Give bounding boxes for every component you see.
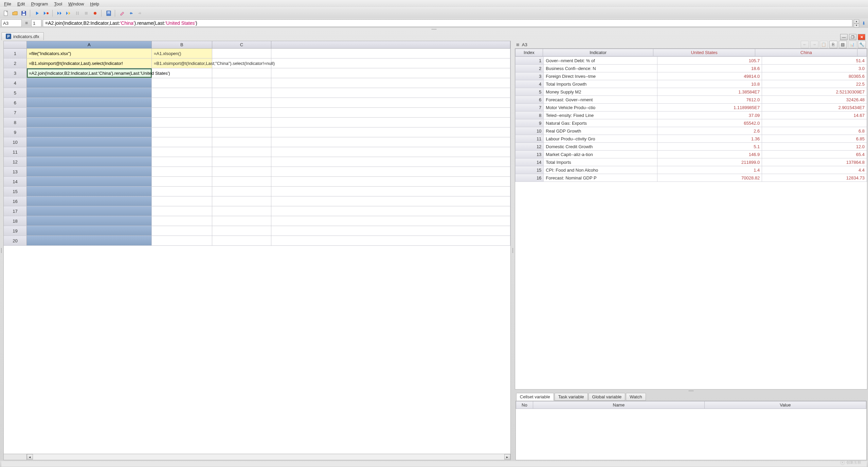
table-view-icon[interactable]: ▤ [839, 41, 847, 48]
stepper-down-icon[interactable]: ▾ [854, 23, 859, 28]
grid-cell[interactable]: =B1.xlsimport@t(Indicator,Last;"China").… [152, 58, 212, 68]
result-header-indicator[interactable]: Indicator [543, 49, 653, 56]
grid-cell[interactable] [212, 68, 271, 78]
var-header-name[interactable]: Name [533, 401, 704, 409]
grid-cell-empty[interactable] [271, 127, 510, 137]
grid-cell[interactable] [212, 167, 271, 176]
grid-cell[interactable] [27, 226, 152, 236]
result-header-index[interactable]: Index [515, 49, 543, 56]
grid-row-header[interactable]: 7 [4, 108, 27, 117]
grid-cell-empty[interactable] [271, 167, 510, 176]
grid-cell-empty[interactable] [271, 177, 510, 186]
grid-cell[interactable] [27, 108, 152, 117]
grid-cell[interactable] [152, 167, 212, 176]
grid-cell[interactable] [212, 196, 271, 206]
table-row[interactable]: 3Foreign Direct Inves--tme49814.080365.6 [515, 72, 867, 80]
table-row[interactable]: 10Real GDP Growth2.66.8 [515, 127, 867, 135]
grid-cell[interactable] [27, 196, 152, 206]
grid-row-header[interactable]: 11 [4, 147, 27, 157]
grid-row-header[interactable]: 18 [4, 216, 27, 226]
menu-edit[interactable]: Edit [15, 1, 28, 7]
grid-cell-empty[interactable] [271, 98, 510, 107]
table-row[interactable]: 2Business Confi--dence: N18.63.0 [515, 65, 867, 72]
grid-cell[interactable] [152, 137, 212, 147]
step-into-icon[interactable] [65, 10, 72, 17]
grid-cell-empty[interactable] [271, 88, 510, 98]
grid-cell[interactable] [212, 157, 271, 167]
grid-cell-empty[interactable] [271, 196, 510, 206]
grid-cell[interactable] [27, 137, 152, 147]
grid-cell[interactable] [27, 147, 152, 157]
grid-cell-empty[interactable] [271, 147, 510, 157]
run-icon[interactable] [34, 10, 41, 17]
grid-cell-empty[interactable] [271, 187, 510, 196]
grid-cell-empty[interactable] [271, 226, 510, 236]
grid-cell-empty[interactable] [271, 157, 510, 167]
grid-row-header[interactable]: 19 [4, 226, 27, 236]
formula-stepper[interactable]: ▴▾ [854, 19, 859, 27]
grid-cell-empty[interactable] [271, 137, 510, 147]
grid-cell[interactable] [212, 98, 271, 107]
grid-cell-empty[interactable] [271, 108, 510, 117]
grid-cell[interactable] [27, 187, 152, 196]
grid-corner[interactable] [4, 41, 27, 48]
grid-cell[interactable] [212, 88, 271, 98]
grid-cell[interactable] [212, 137, 271, 147]
grid-cell[interactable] [212, 216, 271, 226]
calculator-icon[interactable] [105, 10, 112, 17]
grid-cell-empty[interactable] [271, 58, 510, 68]
grid-cell[interactable] [152, 118, 212, 127]
grid-row-header[interactable]: 20 [4, 236, 27, 245]
close-icon[interactable]: ✕ [858, 34, 865, 40]
grid-cell[interactable] [212, 108, 271, 117]
grid-cell[interactable] [212, 177, 271, 186]
grid-cell-empty[interactable] [271, 49, 510, 58]
grid-cell[interactable] [212, 236, 271, 245]
menu-help[interactable]: Help [87, 1, 102, 7]
menu-file[interactable]: File [1, 1, 14, 7]
grid-cell[interactable] [152, 236, 212, 245]
grid-cell[interactable] [27, 236, 152, 245]
grid-cell[interactable] [152, 216, 212, 226]
grid-cell[interactable] [152, 226, 212, 236]
menu-window[interactable]: Window [66, 1, 87, 7]
grid-row-header[interactable]: 13 [4, 167, 27, 176]
horizontal-splitter-dots-right[interactable] [515, 390, 867, 392]
table-row[interactable]: 13Market Capit--aliz-a-tion146.965.4 [515, 151, 867, 158]
grid-col-header-b[interactable]: B [152, 41, 212, 48]
grid-cell[interactable] [152, 98, 212, 107]
grid-cell[interactable] [27, 88, 152, 98]
grid-cell[interactable]: =A1.xlsopen() [152, 49, 212, 58]
grid-cell-empty[interactable] [271, 78, 510, 88]
grid-row-header[interactable]: 17 [4, 206, 27, 216]
grid-row-header[interactable]: 1 [4, 49, 27, 58]
maximize-icon[interactable]: ❐ [849, 34, 856, 40]
grid-cell[interactable] [27, 78, 152, 88]
grid-row-header[interactable]: 5 [4, 88, 27, 98]
grid-cell[interactable]: =B1.xlsimport@t(Indicator,Last).select(I… [27, 58, 152, 68]
formula-input[interactable]: =A2.join(Indicator,B2:Indicator,Last:'Ch… [43, 19, 852, 27]
grid-row-header[interactable]: 10 [4, 137, 27, 147]
menu-tool[interactable]: Tool [51, 1, 65, 7]
table-row[interactable]: 9Natural Gas: Exports65542.0 [515, 119, 867, 127]
breakpoint-icon[interactable] [92, 10, 98, 17]
var-header-value[interactable]: Value [704, 401, 866, 409]
result-header-china[interactable]: China [755, 49, 857, 56]
grid-cell[interactable] [152, 127, 212, 137]
settings-icon[interactable]: 🔧 [858, 41, 866, 48]
tab-cellset-variable[interactable]: Cellset variable [516, 393, 554, 401]
table-row[interactable]: 8Teled--ensity: Fixed Line37.0914.67 [515, 111, 867, 119]
result-header-us[interactable]: United States [653, 49, 755, 56]
grid-cell[interactable] [212, 187, 271, 196]
scroll-left-icon[interactable]: ◂ [27, 454, 33, 460]
grid-cell[interactable] [27, 177, 152, 186]
pause-icon[interactable] [74, 10, 81, 17]
row-reference-box[interactable]: 1 [31, 19, 41, 27]
grid-cell[interactable] [212, 118, 271, 127]
grid-cell[interactable] [27, 167, 152, 176]
formula-dropdown-icon[interactable]: ⬇ [861, 19, 867, 27]
grid-cell[interactable] [152, 88, 212, 98]
table-row[interactable]: 1Gover--nment Debt: % of105.751.4 [515, 57, 867, 65]
grid-cell[interactable] [152, 157, 212, 167]
tab-global-variable[interactable]: Global variable [589, 393, 626, 401]
